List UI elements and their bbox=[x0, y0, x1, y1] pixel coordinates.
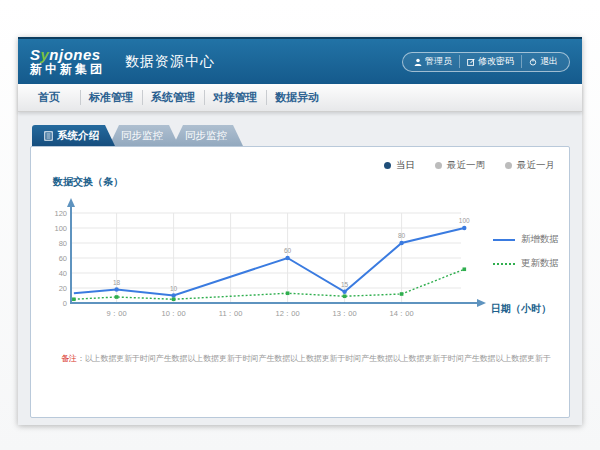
svg-text:120: 120 bbox=[54, 209, 67, 218]
legend-label: 更新数据 bbox=[521, 257, 559, 270]
tab-bar: 系统介绍同步监控同步监控 bbox=[32, 125, 570, 146]
svg-text:100: 100 bbox=[459, 217, 470, 224]
radio-label: 最近一周 bbox=[447, 159, 485, 172]
radio-2[interactable]: 最近一周 bbox=[435, 159, 485, 172]
svg-text:10: 10 bbox=[170, 285, 178, 292]
tab-2[interactable]: 同步监控 bbox=[109, 125, 179, 146]
user-toolbar: 管理员 修改密码 退出 bbox=[402, 52, 570, 72]
svg-text:60: 60 bbox=[59, 254, 67, 263]
line-chart: 0204060801001209：0010：0011：0012：0013：001… bbox=[41, 193, 497, 325]
logo: Synjones 新中新集团 bbox=[30, 47, 105, 75]
tab-label: 同步监控 bbox=[121, 125, 163, 146]
chart-y-axis-title: 数据交换（条） bbox=[53, 175, 123, 189]
change-password-button[interactable]: 修改密码 bbox=[459, 55, 521, 68]
legend-item-1[interactable]: 新增数据 bbox=[493, 233, 559, 246]
nav-item-3[interactable]: 系统管理 bbox=[142, 84, 204, 111]
nav-item-5[interactable]: 数据异动 bbox=[266, 84, 328, 111]
series-legend: 新增数据更新数据 bbox=[493, 233, 559, 270]
svg-text:60: 60 bbox=[284, 247, 292, 254]
document-icon bbox=[44, 131, 53, 141]
radio-label: 当日 bbox=[396, 159, 415, 172]
nav-item-1[interactable]: 首页 bbox=[18, 84, 80, 111]
svg-text:20: 20 bbox=[59, 284, 67, 293]
current-user-button[interactable]: 管理员 bbox=[407, 55, 459, 68]
logout-button[interactable]: 退出 bbox=[521, 55, 565, 68]
edit-icon bbox=[467, 58, 475, 66]
desktop-background: Synjones 新中新集团 数据资源中心 管理员 修改密码 退出 首页标 bbox=[0, 0, 600, 450]
logout-label: 退出 bbox=[540, 55, 558, 68]
footnote-prefix: 备注 bbox=[61, 354, 77, 363]
footnote-text: ：以上数据更新于时间产生数据以上数据更新于时间产生数据以上数据更新于时间产生数据… bbox=[77, 354, 551, 363]
radio-3[interactable]: 最近一月 bbox=[505, 159, 555, 172]
chart-x-axis-title: 日期（小时） bbox=[491, 302, 551, 316]
app-header: Synjones 新中新集团 数据资源中心 管理员 修改密码 退出 bbox=[18, 37, 582, 84]
svg-text:80: 80 bbox=[398, 232, 406, 239]
svg-text:0: 0 bbox=[63, 299, 67, 308]
logo-wordmark: Synjones bbox=[30, 47, 105, 63]
content-area: 系统介绍同步监控同步监控 当日最近一周最近一月 数据交换（条） 02040608… bbox=[18, 112, 582, 418]
footnote: 备注：以上数据更新于时间产生数据以上数据更新于时间产生数据以上数据更新于时间产生… bbox=[61, 353, 563, 364]
tab-label: 同步监控 bbox=[185, 125, 227, 146]
user-label: 管理员 bbox=[425, 55, 452, 68]
nav-item-4[interactable]: 对接管理 bbox=[204, 84, 266, 111]
radio-1[interactable]: 当日 bbox=[384, 159, 415, 172]
user-icon bbox=[414, 58, 422, 66]
chart-panel: 当日最近一周最近一月 数据交换（条） 0204060801001209：0010… bbox=[30, 146, 570, 418]
app-window: Synjones 新中新集团 数据资源中心 管理员 修改密码 退出 首页标 bbox=[18, 37, 582, 425]
legend-item-2[interactable]: 更新数据 bbox=[493, 257, 559, 270]
svg-text:100: 100 bbox=[54, 224, 67, 233]
legend-label: 新增数据 bbox=[521, 233, 559, 246]
svg-text:10：00: 10：00 bbox=[162, 309, 186, 318]
tab-3[interactable]: 同步监控 bbox=[173, 125, 243, 146]
svg-text:13：00: 13：00 bbox=[333, 309, 357, 318]
svg-text:9：00: 9：00 bbox=[107, 309, 127, 318]
nav-item-2[interactable]: 标准管理 bbox=[80, 84, 142, 111]
power-icon bbox=[529, 58, 537, 66]
app-title: 数据资源中心 bbox=[125, 53, 215, 71]
legend-line-sample bbox=[493, 237, 515, 243]
svg-text:15: 15 bbox=[341, 281, 349, 288]
main-nav: 首页标准管理系统管理对接管理数据异动 bbox=[18, 84, 582, 112]
svg-text:40: 40 bbox=[59, 269, 67, 278]
svg-text:80: 80 bbox=[59, 239, 67, 248]
time-range-filter: 当日最近一周最近一月 bbox=[384, 159, 555, 172]
radio-label: 最近一月 bbox=[517, 159, 555, 172]
tab-label: 系统介绍 bbox=[57, 125, 99, 146]
radio-dot-icon bbox=[384, 162, 391, 169]
radio-dot-icon bbox=[505, 162, 512, 169]
radio-dot-icon bbox=[435, 162, 442, 169]
svg-text:14：00: 14：00 bbox=[390, 309, 414, 318]
svg-text:18: 18 bbox=[113, 279, 121, 286]
tab-1[interactable]: 系统介绍 bbox=[32, 125, 115, 146]
change-password-label: 修改密码 bbox=[478, 55, 514, 68]
svg-text:12：00: 12：00 bbox=[276, 309, 300, 318]
legend-line-sample bbox=[493, 261, 515, 267]
logo-company-name: 新中新集团 bbox=[30, 63, 105, 76]
svg-text:11：00: 11：00 bbox=[219, 309, 243, 318]
